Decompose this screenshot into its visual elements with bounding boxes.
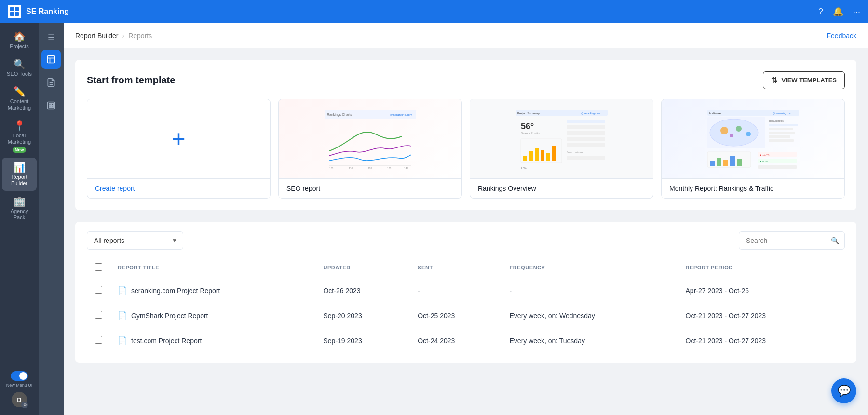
svg-rect-34	[529, 151, 533, 161]
chat-fab-button[interactable]: 💬	[831, 378, 856, 403]
table-header-checkbox	[87, 257, 110, 278]
feedback-button[interactable]: Feedback	[827, 32, 856, 40]
template-thumbnail-create: +	[87, 99, 270, 179]
svg-text:130: 130	[387, 167, 392, 170]
chat-icon: 💬	[838, 385, 851, 397]
content-marketing-icon: ✏️	[14, 87, 26, 96]
row-title: 📄 test.com Project Report	[110, 328, 315, 353]
sidebar-item-content-marketing[interactable]: ✏️ Content Marketing	[2, 82, 37, 115]
svg-text:120: 120	[368, 167, 372, 170]
svg-rect-41	[567, 131, 605, 135]
row-sent: -	[410, 278, 502, 303]
col-updated: UPDATED	[315, 257, 410, 278]
row-period: Apr-27 2023 - Oct-26	[678, 278, 845, 303]
breadcrumb-separator: ›	[122, 32, 125, 40]
reports-filter[interactable]: All reports My reports Shared reports	[87, 231, 183, 250]
svg-rect-65	[723, 160, 728, 166]
report-title-cell: 📄 GymShark Project Report	[118, 311, 308, 320]
svg-text:56°: 56°	[521, 121, 534, 131]
svg-rect-15	[52, 104, 53, 105]
template-label-monthly: Monthly Report: Rankings & Traffic	[662, 179, 844, 198]
breadcrumb-parent[interactable]: Report Builder	[75, 32, 119, 40]
svg-rect-59	[769, 132, 795, 134]
sidebar-item-local-marketing[interactable]: 📍 Local Marketing New	[2, 116, 37, 157]
template-thumbnail-monthly: Audience @ seranking.com	[662, 99, 844, 179]
sec-nav-template[interactable]	[41, 96, 61, 115]
col-report-period: REPORT PERIOD	[678, 257, 845, 278]
user-settings-icon[interactable]: ⚙	[21, 402, 28, 408]
bell-icon[interactable]: 🔔	[833, 6, 843, 17]
row-checkbox[interactable]	[95, 336, 102, 344]
svg-rect-72	[758, 165, 797, 169]
svg-text:@ seranking.com: @ seranking.com	[581, 112, 600, 115]
svg-rect-37	[546, 153, 550, 161]
svg-rect-36	[541, 150, 544, 161]
svg-rect-40	[567, 125, 605, 129]
secondary-nav: ☰	[39, 23, 64, 415]
reports-section: All reports My reports Shared reports ▼ …	[75, 222, 856, 363]
svg-rect-67	[737, 159, 742, 166]
row-checkbox[interactable]	[95, 286, 102, 294]
sidebar-item-seo-tools[interactable]: 🔍 SEO Tools	[2, 54, 37, 81]
row-checkbox-cell	[87, 303, 110, 328]
main-layout: 🏠 Projects 🔍 SEO Tools ✏️ Content Market…	[0, 23, 868, 415]
svg-text:@ seranking.com: @ seranking.com	[390, 113, 412, 116]
svg-rect-17	[52, 106, 53, 107]
topbar: SE Ranking ? 🔔 ···	[0, 0, 868, 23]
svg-rect-57	[769, 124, 798, 126]
template-card-seo[interactable]: Rankings Charts @ seranking.com 100 110	[278, 99, 462, 199]
svg-point-53	[736, 126, 742, 132]
row-frequency: -	[502, 278, 678, 303]
row-title: 📄 GymShark Project Report	[110, 303, 315, 328]
template-card-rankings[interactable]: Project Summary @ seranking.com 56° Sear…	[470, 99, 653, 199]
reports-table: REPORT TITLE UPDATED SENT FREQUENCY REPO…	[87, 257, 845, 353]
sec-nav-doc[interactable]	[41, 73, 61, 92]
select-all-checkbox[interactable]	[95, 263, 102, 271]
nav-bottom: New Menu UI D ⚙	[6, 371, 33, 411]
template-card-create[interactable]: + Create report	[87, 99, 271, 199]
svg-rect-60	[769, 135, 790, 138]
row-updated: Sep-20 2023	[315, 303, 410, 328]
svg-text:@ seranking.com: @ seranking.com	[773, 112, 791, 115]
svg-rect-58	[769, 128, 793, 130]
new-menu-switch[interactable]	[11, 371, 28, 381]
report-title-cell: 📄 seranking.com Project Report	[118, 286, 308, 295]
svg-text:Search volume: Search volume	[567, 151, 583, 154]
sec-nav-report[interactable]	[41, 50, 61, 69]
search-input[interactable]	[739, 231, 845, 250]
sidebar-item-report-builder[interactable]: 📊 Report Builder	[2, 158, 37, 190]
template-card-monthly[interactable]: Audience @ seranking.com	[661, 99, 845, 199]
svg-point-51	[710, 119, 758, 146]
svg-rect-33	[523, 156, 527, 161]
svg-rect-7	[15, 12, 19, 16]
toggle-knob	[19, 372, 27, 380]
content-area: Report Builder › Reports Feedback Start …	[64, 23, 868, 415]
template-label-rankings: Rankings Overview	[470, 179, 653, 198]
row-updated: Oct-26 2023	[315, 278, 410, 303]
sidebar-item-projects[interactable]: 🏠 Projects	[2, 27, 37, 54]
view-templates-button[interactable]: ⇅ VIEW TEMPLATES	[763, 71, 845, 89]
svg-text:Project Summary: Project Summary	[517, 112, 540, 115]
svg-text:Rankings Charts: Rankings Charts	[327, 113, 352, 117]
help-icon[interactable]: ?	[818, 7, 823, 17]
breadcrumb: Report Builder › Reports	[75, 32, 152, 40]
template-label-create: Create report	[87, 179, 270, 198]
search-wrapper: 🔍	[739, 231, 845, 250]
new-badge: New	[13, 147, 27, 153]
svg-rect-14	[49, 104, 51, 105]
row-checkbox[interactable]	[95, 311, 102, 319]
row-checkbox-cell	[87, 328, 110, 353]
more-icon[interactable]: ···	[853, 7, 860, 17]
report-builder-icon: 📊	[14, 162, 26, 172]
row-period: Oct-21 2023 - Oct-27 2023	[678, 303, 845, 328]
svg-point-52	[720, 127, 728, 134]
sidebar-item-agency-pack[interactable]: 🏢 Agency Pack	[2, 192, 37, 225]
svg-text:2.8%↑: 2.8%↑	[521, 167, 528, 170]
svg-rect-66	[730, 156, 735, 166]
collapse-icon[interactable]: ☰	[44, 29, 58, 46]
user-avatar[interactable]: D ⚙	[12, 392, 27, 407]
app-logo	[8, 5, 21, 18]
row-updated: Sep-19 2023	[315, 328, 410, 353]
new-menu-toggle: New Menu UI	[6, 371, 33, 388]
table-row: 📄 test.com Project Report Sep-19 2023 Oc…	[87, 328, 845, 353]
